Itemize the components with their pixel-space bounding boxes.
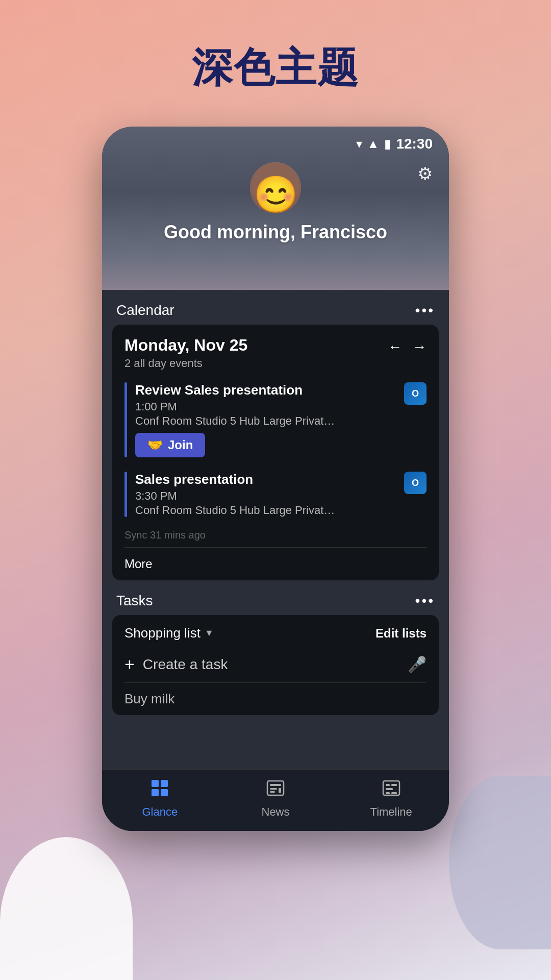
tasks-top-row: Shopping list ▼ Edit lists [112,615,439,646]
news-icon [266,779,285,801]
status-icons: ▾ ▲ ▮ 12:30 [356,136,433,152]
event-item-1: Review Sales presentation 1:00 PM Conf R… [112,375,439,464]
outlook-icon-2: O [404,472,427,494]
phone-body: Calendar ••• Monday, Nov 25 2 all day ev… [102,290,449,831]
signal-icon: ▲ [367,137,380,151]
edit-lists-button[interactable]: Edit lists [375,625,427,641]
spacer [102,715,449,769]
event-content-1: Review Sales presentation 1:00 PM Conf R… [135,382,404,457]
svg-rect-8 [279,788,281,793]
tasks-more-button[interactable]: ••• [415,593,435,609]
svg-rect-5 [270,784,281,786]
mic-icon[interactable]: 🎤 [408,655,427,673]
decorative-blob-right [449,776,551,949]
decorative-blob-left [0,837,133,980]
create-task-row: + Create a task 🎤 [112,646,439,682]
join-label: Join [168,438,193,452]
calendar-header: Monday, Nov 25 2 all day events ← → [112,325,439,375]
status-bar: ▾ ▲ ▮ 12:30 [102,127,449,152]
svg-rect-3 [161,789,168,796]
phone-hero: ▾ ▲ ▮ 12:30 ⚙ Good morning, Francisco [102,127,449,290]
event-title-1: Review Sales presentation [135,382,404,398]
event-time-1: 1:00 PM [135,400,404,413]
calendar-section-header: Calendar ••• [102,290,449,325]
glance-label: Glance [142,805,178,819]
svg-rect-10 [386,784,390,786]
task-item-buy-milk[interactable]: Buy milk [112,683,439,715]
outlook-icon-1: O [404,382,427,405]
event-content-2: Sales presentation 3:30 PM Conf Room Stu… [135,472,404,517]
nav-glance[interactable]: Glance [102,779,218,819]
greeting-text: Good morning, Francisco [164,222,387,243]
calendar-next-button[interactable]: → [412,339,427,355]
sync-text: Sync 31 mins ago [112,524,439,541]
svg-rect-2 [152,789,159,796]
svg-rect-7 [270,791,275,793]
timeline-label: Timeline [370,805,412,819]
svg-rect-12 [386,788,393,790]
calendar-all-day: 2 all day events [124,357,247,370]
tasks-section-header: Tasks ••• [102,580,449,615]
calendar-card: Monday, Nov 25 2 all day events ← → Revi… [112,325,439,580]
svg-rect-6 [270,788,277,790]
status-time: 12:30 [396,136,433,152]
tasks-section-title: Tasks [116,593,153,609]
tasks-card: Shopping list ▼ Edit lists + Create a ta… [112,615,439,715]
svg-rect-11 [391,784,397,786]
bottom-nav: Glance News [102,769,449,831]
page-title: 深色主题 [192,41,359,96]
event-bar-2 [124,472,127,517]
shopping-list-button[interactable]: Shopping list ▼ [124,625,214,641]
calendar-more-button[interactable]: ••• [415,302,435,318]
teams-icon: 🤝 [147,438,163,452]
wifi-icon: ▾ [356,137,362,151]
calendar-date: Monday, Nov 25 [124,336,247,355]
nav-timeline[interactable]: Timeline [333,779,449,819]
event-time-2: 3:30 PM [135,489,404,503]
dropdown-arrow-icon: ▼ [205,628,214,639]
create-task-label[interactable]: Create a task [143,656,399,673]
settings-icon[interactable]: ⚙ [417,163,433,184]
news-label: News [262,805,290,819]
event-item-2: Sales presentation 3:30 PM Conf Room Stu… [112,464,439,524]
event-location-2: Conf Room Studio 5 Hub Large Privat… [135,504,404,517]
calendar-prev-button[interactable]: ← [388,339,402,355]
battery-icon: ▮ [384,137,391,151]
avatar [250,162,301,213]
plus-icon: + [124,654,135,674]
nav-news[interactable]: News [218,779,334,819]
join-button[interactable]: 🤝 Join [135,433,205,457]
calendar-section-title: Calendar [116,302,174,318]
svg-rect-0 [152,780,159,787]
svg-rect-14 [391,792,397,794]
shopping-list-label: Shopping list [124,625,201,641]
event-bar-1 [124,382,127,457]
calendar-nav: ← → [388,336,427,355]
calendar-more-events-button[interactable]: More [112,548,165,580]
calendar-divider [124,547,427,548]
glance-icon [151,779,169,801]
event-title-2: Sales presentation [135,472,404,487]
phone-frame: ▾ ▲ ▮ 12:30 ⚙ Good morning, Francisco Ca… [102,127,449,831]
event-location-1: Conf Room Studio 5 Hub Large Privat… [135,414,404,428]
svg-rect-1 [161,780,168,787]
timeline-icon [382,779,400,801]
avatar-face [250,162,301,213]
svg-rect-13 [386,792,390,794]
